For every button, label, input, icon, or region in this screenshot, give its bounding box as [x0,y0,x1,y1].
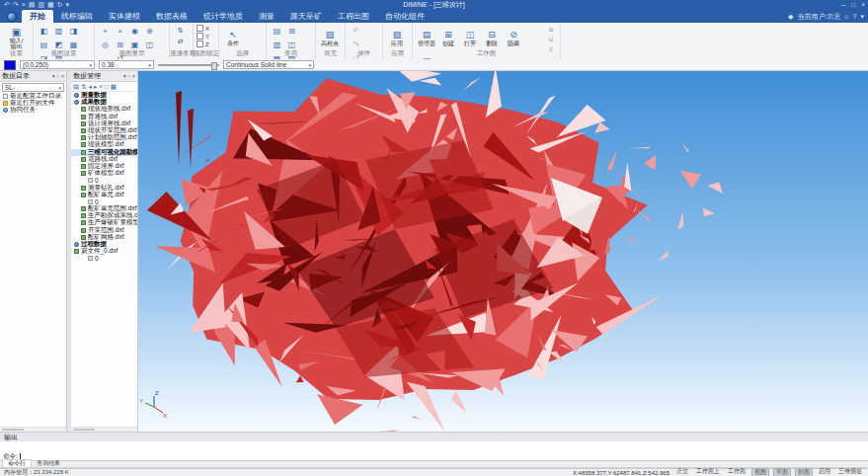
manager-tree-item[interactable]: 配矿单元.dxf [71,192,137,198]
home-icon[interactable]: ⌂ [844,13,848,20]
apply-button[interactable]: ▧ 应用 [386,25,408,51]
panel-header-icon[interactable]: × [61,73,64,79]
manager-tree-item[interactable]: 新文件_0.dxf [71,248,137,255]
color-swatch[interactable] [4,60,16,70]
roam-icon: ⇅ [178,26,184,35]
window-control-icon[interactable]: ─ [841,0,846,10]
view-display-button[interactable]: + [98,25,113,39]
catalog-filter-select[interactable]: SL-▾ [2,83,64,92]
status-toggle-button[interactable]: 剖面 [795,468,813,476]
catalog-tree-item[interactable]: 协同任务 [0,107,66,114]
status-toggle-button[interactable]: 工作面 [726,468,748,476]
app-menu-button[interactable] [4,11,20,22]
roam-button[interactable]: ⇄ [173,36,188,46]
command-input-row[interactable]: 命令: [0,452,868,461]
window-title: DIMINE - [三维设计] [0,0,868,10]
data-manager-toolbar: ▤⇅◂▸»□▦ [71,82,137,92]
view-display-button[interactable]: ◉ [127,25,142,39]
import-export-button[interactable]: ▣ 输入/ 输出 [3,25,30,51]
query-button[interactable]: ▤ [270,25,284,39]
viewport-3d[interactable]: Z X Y [138,71,868,432]
ribbon-tab[interactable]: 统计学地质 [196,10,251,23]
ribbon-tab[interactable]: 自动化组件 [377,10,433,23]
status-toggle-button[interactable]: 三维捕捉 [836,468,864,476]
slider-thumb[interactable] [211,62,217,70]
undo-redo-button[interactable]: ↶ [349,25,363,39]
workplane-button[interactable]: ⊟ 删除 [481,25,503,51]
manager-toolbar-icon[interactable]: ⇅ [81,82,86,91]
panel-header-icon[interactable]: ▫ [128,73,130,79]
output-panel-header[interactable]: 输出 [0,432,868,441]
manager-toolbar-icon[interactable]: ▦ [111,82,117,91]
ribbon-tab[interactable]: 数据表格 [148,10,196,23]
tree-item-icon [81,157,86,162]
status-toggle-button[interactable]: 正交 [674,468,690,476]
manager-toolbar-icon[interactable]: ▤ [73,82,79,91]
workplane-mini-button[interactable]: ⊞ [545,25,557,35]
ribbon-group-view-lock: X Y Z 视图锁定 [194,23,219,59]
manager-toolbar-icon[interactable]: □ [105,82,109,91]
workplane-button[interactable]: ◫ 打开 [459,25,481,51]
ribbon-tab[interactable]: 露天采矿 [282,10,330,23]
workplane-button[interactable]: ⊘ 隐藏 [503,25,524,51]
ribbon-group-operations: ↶ ↷ ↺ ↻ 操作 [346,23,383,59]
viewport-3d-canvas[interactable]: Z X Y [138,71,868,432]
status-toggle-button[interactable]: 工作面上 [694,468,722,476]
import-export-icon: ▣ [12,27,21,38]
line-style-select[interactable]: Continuous Solid line▾ [223,60,314,69]
query-button[interactable]: ⊞ [284,25,299,39]
ribbon-tab[interactable]: 实体建模 [101,10,148,23]
ribbon-tab[interactable]: 开始 [22,10,53,23]
command-tabs: 命令行查询结果 [0,461,868,468]
manager-toolbar-icon[interactable]: ▸ [94,82,97,91]
view-display-button[interactable]: ⊕ [142,25,157,39]
view-setting-button[interactable]: ▥ [51,25,66,39]
window-controls: ─□× [841,0,865,10]
command-tab[interactable]: 命令行 [2,459,32,467]
axis-lock-checkbox[interactable]: Y [197,33,209,40]
diamond-icon: ◆ [788,13,793,21]
ribbon-group-roam: ⇅ ⇄ ↕ 漫游查看 [170,23,194,59]
view-display-button[interactable]: × [113,25,127,39]
line-width-select[interactable]: 0.38▾ [99,60,154,69]
tree-item-icon [81,186,86,191]
ribbon-tab[interactable]: 线框编辑 [53,10,101,23]
status-toggle-button[interactable]: 视图 [751,468,769,476]
panel-header-icon[interactable]: ▫ [57,73,59,79]
collapse-ribbon-icon[interactable]: ▾ [860,13,864,21]
workplane-mini-button[interactable]: ⊟ [545,35,557,44]
manager-tree-item[interactable]: 矿体模型.dxf [71,170,137,177]
ribbon-tab[interactable]: 测量 [251,10,282,23]
status-toggle-button[interactable]: 平面 [773,468,791,476]
tree-item-icon [81,115,86,119]
help-icon[interactable]: ? [853,13,857,20]
manager-tree-item[interactable]: 0 [71,255,137,262]
view-setting-button[interactable]: ◨ [66,25,81,39]
tree-item-icon [81,164,86,169]
ribbon-group-view-settings: ◧ ▥ ◨ ▤ ◩ ▦ ◪ ▧ 视图设置 [34,23,95,59]
fill-button[interactable]: ▨ 高程点 [319,25,341,51]
workplane-icon: ⊟ [488,30,496,40]
panel-header-icon[interactable]: ▾ [123,73,126,79]
workplane-button[interactable]: ⊞ 创建 [437,25,459,51]
chevron-down-icon: ▾ [58,85,61,91]
window-control-icon[interactable]: □ [851,0,855,10]
axis-lock-checkbox[interactable]: Z [197,40,209,47]
workplane-button[interactable]: ▤ 管理器 [416,25,437,51]
panel-header-icon[interactable]: × [132,73,135,79]
color-select[interactable]: (0,0,250)▾ [20,60,95,69]
view-setting-button[interactable]: ◧ [37,25,51,39]
command-tab[interactable]: 查询结果 [32,460,65,467]
workplane-icon: ⊘ [510,30,517,40]
status-toggle-button[interactable]: 启用 [817,468,832,476]
tree-item-icon [3,94,8,99]
manager-toolbar-icon[interactable]: ◂ [89,82,92,91]
select-button[interactable]: ↖ 条件 [222,25,244,51]
roam-button[interactable]: ⇅ [173,25,188,36]
panel-header-icon[interactable]: ▾ [52,73,55,79]
manager-toolbar-icon[interactable]: » [99,82,103,91]
axis-lock-checkbox[interactable]: X [197,25,209,32]
ribbon-tab[interactable]: 工程出图 [330,10,377,23]
line-width-slider[interactable] [158,60,219,69]
window-control-icon[interactable]: × [861,0,865,10]
